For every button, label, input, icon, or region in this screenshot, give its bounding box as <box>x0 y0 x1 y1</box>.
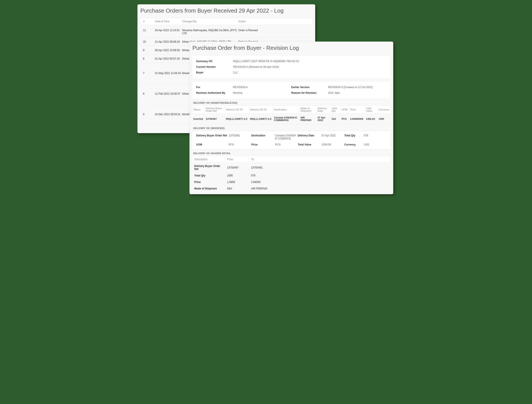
hd-cell-from: 1.3959 <box>225 179 249 185</box>
headerdetail-row[interactable]: Total Qty1095579 <box>192 172 390 179</box>
mod-deliverydate-label: Delivery Date <box>298 134 322 140</box>
summary-card: Summary OC INQLLL100877.2(KIT-3PER-PK-S-… <box>192 55 391 79</box>
log-cell-datetime: 11 Feb 2022 10:00:37 <box>155 92 182 95</box>
cell-ocid2: INQLLL100877.2.2 <box>249 114 273 124</box>
log-cell-num: 9 <box>140 49 155 52</box>
authorizedby-value: Nimisha <box>233 91 291 95</box>
hd-col-to: To <box>249 156 390 163</box>
headerdetail-row[interactable]: Price1.39592.64000 <box>192 179 390 185</box>
mod-currency-value: USD <box>364 143 387 146</box>
mod-destination-label: Destination <box>251 134 275 140</box>
mod-destination-value: Canada-CANADA E-COMERCE <box>275 134 298 140</box>
hd-cell-to: 13792461 <box>249 163 390 173</box>
cell-price: 2.64000000 <box>349 114 365 124</box>
cell-mode: AIR PREPAID <box>299 114 316 124</box>
mod-uom-label: UOM <box>196 143 229 146</box>
log-table-header: # Date & Time Changed By Action <box>140 18 313 25</box>
log-cell-datetime: 24 Dec 2021 09:54:31 <box>155 113 182 116</box>
log-cell-datetime: 29 Apr 2022 12:14:51 <box>155 29 182 35</box>
headerdetail-row[interactable]: Mode of ShipmentSEAAIR PREPAID <box>192 185 390 192</box>
cell-buyerref: 13792467 <box>204 114 225 124</box>
current-version-label: Current Version <box>196 65 233 69</box>
mod-buyerref-label: Delivery Buyer Order Ref <box>196 134 229 140</box>
mod-totalvalue-label: Total Value <box>298 143 322 146</box>
log-panel-title: Purchase Orders from Buyer Received 29 A… <box>141 7 315 14</box>
cell-destination: Canada-CANADA E-COMMERCE <box>273 114 299 124</box>
cell-status: Inserted <box>192 114 204 124</box>
modified-section-title: DELIVERY OC (MODIFIED) <box>193 127 391 129</box>
mod-currency-label: Currency <box>344 143 364 146</box>
col-totalqty: Total Qty <box>330 106 340 114</box>
log-row[interactable]: 1129 Apr 2022 12:14:51Nimasha Rathnayaka… <box>140 26 313 38</box>
log-cell-num: 7 <box>140 72 155 75</box>
reason-label: Reason for Revision <box>291 91 328 95</box>
col-price: Price <box>349 106 365 114</box>
hd-cell-desc: Total Qty <box>192 172 225 179</box>
headerdetail-table: Description From To Delivery Buyer Order… <box>192 156 391 192</box>
earlierversion-value: REVISION 0 (Created on 12 Oct 2021) <box>328 86 387 89</box>
col-ocid1: Delivery OC ID <box>225 106 249 114</box>
log-cell-datetime: 31 May 2022 12:44:24 <box>155 72 182 75</box>
reason-value: DOC Split <box>328 91 387 95</box>
col-uom: UOM <box>340 106 349 114</box>
hd-cell-desc: Delivery Buyer Order Ref <box>192 163 225 173</box>
inserted-row[interactable]: Inserted 13792467 INQLLL100877.2.2 INQLL… <box>192 114 390 124</box>
col-totalvalue: Total Value <box>365 106 377 114</box>
log-cell-num: 8 <box>140 57 155 60</box>
hd-cell-from: 13792467 <box>225 163 249 173</box>
col-deliverydate: Delivery Date <box>316 106 330 114</box>
for-value: REVISION A <box>233 86 291 89</box>
log-col-changedby: Changed By <box>182 20 239 23</box>
hd-cell-desc: Price <box>192 179 225 185</box>
headerdetail-header-row: Description From To <box>192 156 390 163</box>
inserted-table: Status Delivery Buyer Order Ref Delivery… <box>192 105 391 124</box>
summary-oc-value: INQLLL100877.2(KIT-3PER-PK-S-HQ080091-TB… <box>233 60 387 63</box>
mod-totalvalue-value: 1528.56 <box>322 143 344 146</box>
headerdetail-row[interactable]: Delivery Buyer Order Ref1379246713792461 <box>192 163 390 173</box>
log-cell-num: 10 <box>140 40 155 43</box>
hd-cell-to: AIR PREPAID <box>249 185 390 192</box>
mod-price-value: PCS <box>275 143 298 146</box>
col-ocid2: Delivery OC ID <box>249 106 273 114</box>
col-status: Status <box>192 106 204 114</box>
inserted-header-row: Status Delivery Buyer Order Ref Delivery… <box>192 106 390 114</box>
log-cell-action: Order is Revised <box>239 29 313 35</box>
log-col-num: # <box>140 20 155 23</box>
log-cell-changedby: Nimasha Rathnayaka, INQUBE GLOBAL (PVT) … <box>182 29 239 35</box>
mod-price-label: Price <box>251 143 275 146</box>
col-buyerref: Delivery Buyer Order Ref <box>204 106 225 114</box>
log-cell-datetime: 06 Apr 2022 10:06:50 <box>155 49 182 52</box>
mod-totalqty-label: Total Qty <box>344 134 364 140</box>
hd-col-desc: Description <box>192 156 225 163</box>
cell-currency: USD <box>377 114 390 124</box>
cell-uom: PCS <box>340 114 349 124</box>
mod-totalqty-value: 579 <box>364 134 387 140</box>
log-cell-datetime: 01 Apr 2022 00:57:18 <box>155 57 182 60</box>
revision-card: For REVISION A Revision Authorized By Ni… <box>192 81 391 99</box>
revision-log-title: Purchase Order from Buyer - Revision Log <box>193 44 393 51</box>
log-cell-num: 5 <box>140 113 155 116</box>
col-mode: Mode of Shipment <box>299 106 316 114</box>
hd-col-from: From <box>225 156 249 163</box>
mod-uom-value: PCS <box>229 143 252 146</box>
earlierversion-label: Earlier Version <box>291 86 328 89</box>
cell-ocid1: INQLLL100877.2.2 <box>225 114 249 124</box>
log-col-datetime: Date & Time <box>155 20 182 23</box>
authorizedby-label: Revision Authorized By <box>196 91 233 95</box>
log-cell-num: 11 <box>140 29 155 35</box>
col-destination: Destination <box>273 106 299 114</box>
mod-buyerref-value: 13792461 <box>229 134 252 140</box>
revision-log-panel: Purchase Order from Buyer - Revision Log… <box>189 42 393 194</box>
cell-totalqty: 516 <box>330 114 340 124</box>
hd-cell-to: 579 <box>249 172 390 179</box>
log-cell-num: 6 <box>140 92 155 95</box>
current-version-value: 'REVISION A (Revised on 06 Aprl 2020)' <box>233 65 387 69</box>
col-currency: Currency <box>377 106 390 114</box>
hd-cell-to: 2.64000 <box>249 179 390 185</box>
buyer-label: Buyer <box>196 71 233 74</box>
headerdetail-section-title: DELIVERY OC HEADER DETAIL <box>193 152 391 155</box>
hd-cell-desc: Mode of Shipment <box>192 185 225 192</box>
mod-deliverydate-value: 07 Apr 2022 <box>322 134 344 140</box>
cell-totalvalue: 1362.24 <box>365 114 377 124</box>
buyer-value: 'LLL' <box>233 71 387 74</box>
